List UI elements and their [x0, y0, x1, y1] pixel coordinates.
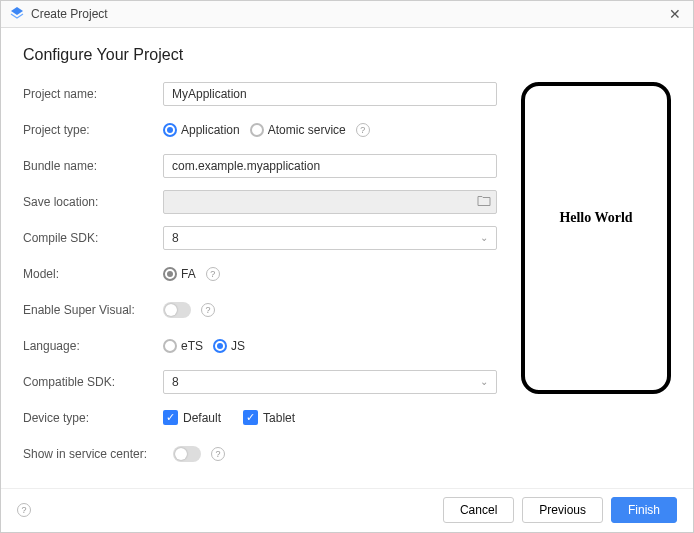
- save-location-input[interactable]: [163, 190, 497, 214]
- checkbox-default[interactable]: ✓: [163, 410, 178, 425]
- label-model: Model:: [23, 267, 163, 281]
- label-service-center: Show in service center:: [23, 447, 173, 461]
- project-name-input[interactable]: [163, 82, 497, 106]
- radio-application[interactable]: Application: [163, 123, 240, 137]
- compatible-sdk-select[interactable]: 8 ⌄: [163, 370, 497, 394]
- bundle-name-input[interactable]: [163, 154, 497, 178]
- label-project-type: Project type:: [23, 123, 163, 137]
- compatible-sdk-value: 8: [172, 375, 179, 389]
- window-title: Create Project: [31, 7, 665, 21]
- app-logo-icon: [9, 6, 25, 22]
- checkbox-tablet[interactable]: ✓: [243, 410, 258, 425]
- super-visual-toggle[interactable]: [163, 302, 191, 318]
- help-icon[interactable]: ?: [211, 447, 225, 461]
- close-icon[interactable]: ✕: [665, 6, 685, 22]
- label-save-location: Save location:: [23, 195, 163, 209]
- titlebar: Create Project ✕: [1, 1, 693, 28]
- label-device-type: Device type:: [23, 411, 163, 425]
- chevron-down-icon: ⌄: [480, 232, 488, 243]
- dialog-content: Configure Your Project Project name: Pro…: [1, 28, 693, 488]
- checkbox-tablet-label: Tablet: [263, 411, 295, 425]
- cancel-button[interactable]: Cancel: [443, 497, 514, 523]
- radio-ets[interactable]: eTS: [163, 339, 203, 353]
- finish-button[interactable]: Finish: [611, 497, 677, 523]
- label-super-visual: Enable Super Visual:: [23, 303, 163, 317]
- radio-ets-label: eTS: [181, 339, 203, 353]
- radio-js-label: JS: [231, 339, 245, 353]
- dialog-footer: ? Cancel Previous Finish: [1, 488, 693, 532]
- radio-atomic-label: Atomic service: [268, 123, 346, 137]
- help-icon[interactable]: ?: [17, 503, 31, 517]
- chevron-down-icon: ⌄: [480, 376, 488, 387]
- label-language: Language:: [23, 339, 163, 353]
- label-compile-sdk: Compile SDK:: [23, 231, 163, 245]
- radio-atomic-service[interactable]: Atomic service: [250, 123, 346, 137]
- help-icon[interactable]: ?: [206, 267, 220, 281]
- radio-fa-label: FA: [181, 267, 196, 281]
- page-heading: Configure Your Project: [23, 46, 671, 64]
- compile-sdk-select[interactable]: 8 ⌄: [163, 226, 497, 250]
- service-center-toggle[interactable]: [173, 446, 201, 462]
- preview-text: Hello World: [559, 210, 632, 226]
- folder-icon[interactable]: [477, 194, 491, 209]
- label-compatible-sdk: Compatible SDK:: [23, 375, 163, 389]
- radio-application-label: Application: [181, 123, 240, 137]
- radio-model-fa[interactable]: FA: [163, 267, 196, 281]
- create-project-dialog: Create Project ✕ Configure Your Project …: [0, 0, 694, 533]
- checkbox-default-label: Default: [183, 411, 221, 425]
- label-bundle-name: Bundle name:: [23, 159, 163, 173]
- radio-js[interactable]: JS: [213, 339, 245, 353]
- help-icon[interactable]: ?: [356, 123, 370, 137]
- label-project-name: Project name:: [23, 87, 163, 101]
- previous-button[interactable]: Previous: [522, 497, 603, 523]
- help-icon[interactable]: ?: [201, 303, 215, 317]
- compile-sdk-value: 8: [172, 231, 179, 245]
- device-preview: Hello World: [521, 82, 671, 394]
